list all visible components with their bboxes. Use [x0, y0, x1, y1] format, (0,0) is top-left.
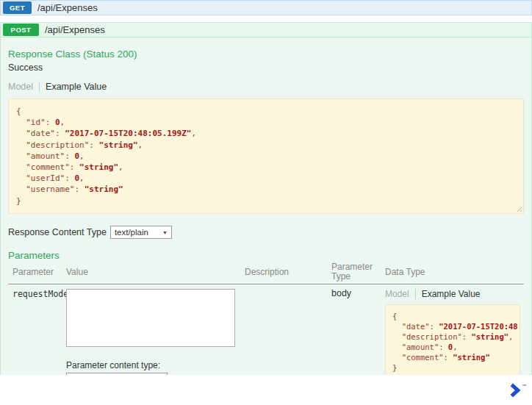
resize-grip-icon[interactable] — [515, 205, 522, 212]
toptal-logo[interactable]: ™ — [508, 383, 526, 398]
parameters-heading: Parameters — [8, 250, 524, 261]
response-example-code: { "id": 0, "date": "2017-07-15T20:48:05.… — [8, 98, 524, 214]
response-class-heading: Response Class (Status 200) — [8, 37, 524, 60]
response-content-type-row: Response Content Type text/plain ▼ — [8, 226, 524, 239]
dropdown-arrow-icon: ▼ — [162, 230, 168, 235]
footer: ™ — [0, 375, 532, 405]
parameters-table: Parameter Value Description Parameter Ty… — [8, 262, 524, 375]
tab-divider — [39, 82, 40, 92]
response-tabs: Model Example Value — [8, 82, 524, 92]
data-type-tab-example-value[interactable]: Example Value — [422, 289, 481, 299]
data-type-tab-model[interactable]: Model — [385, 289, 409, 299]
parameters-table-header: Parameter Value Description Parameter Ty… — [8, 262, 524, 284]
post-operation: POST /api/Expenses Response Class (Statu… — [0, 22, 532, 375]
post-operation-heading[interactable]: POST /api/Expenses — [1, 23, 531, 37]
parameter-name: requestModel — [8, 289, 66, 299]
get-operation-path-link[interactable]: /api/Expenses — [37, 2, 98, 13]
column-header-data-type: Data Type — [385, 267, 524, 277]
request-model-textarea[interactable] — [66, 289, 235, 347]
parameter-example-code: { "date": "2017-07-15T20:48:05.207Z", "d… — [385, 304, 520, 375]
textarea-wrapper — [66, 337, 235, 349]
parameter-content-type-label: Parameter content type: — [66, 360, 245, 370]
parameter-value-cell: Parameter content type: application/json… — [66, 289, 245, 375]
response-status-text: Success — [8, 62, 524, 73]
response-content-type-select[interactable]: text/plain ▼ — [110, 226, 172, 239]
post-operation-path-link[interactable]: /api/Expenses — [45, 24, 105, 35]
data-type-cell: Model Example Value { "date": "2017-07-1… — [385, 289, 524, 375]
column-header-value: Value — [66, 267, 245, 277]
tab-divider — [415, 289, 416, 299]
data-type-tabs: Model Example Value — [385, 289, 524, 299]
column-header-parameter-type: Parameter Type — [331, 262, 385, 282]
swagger-page: GET /api/Expenses POST /api/Expenses Res… — [0, 0, 532, 405]
column-header-description: Description — [245, 267, 331, 277]
post-operation-content: Response Class (Status 200) Success Mode… — [1, 37, 531, 375]
parameter-content-type-select[interactable]: application/json ▼ — [66, 373, 168, 375]
column-header-parameter: Parameter — [8, 267, 66, 277]
response-content-type-label: Response Content Type — [8, 227, 107, 237]
toptal-chevron-icon — [508, 383, 521, 398]
parameter-type-cell: body — [331, 289, 385, 298]
response-tab-example-value[interactable]: Example Value — [46, 82, 107, 92]
response-tab-model[interactable]: Model — [8, 82, 33, 92]
get-operation-heading[interactable]: GET /api/Expenses — [0, 0, 532, 15]
response-content-type-value: text/plain — [115, 228, 148, 237]
trademark-symbol: ™ — [522, 384, 526, 388]
get-method-badge[interactable]: GET — [3, 1, 32, 14]
table-row: requestModel Parameter content type: app… — [8, 284, 524, 375]
post-method-badge[interactable]: POST — [3, 24, 39, 36]
